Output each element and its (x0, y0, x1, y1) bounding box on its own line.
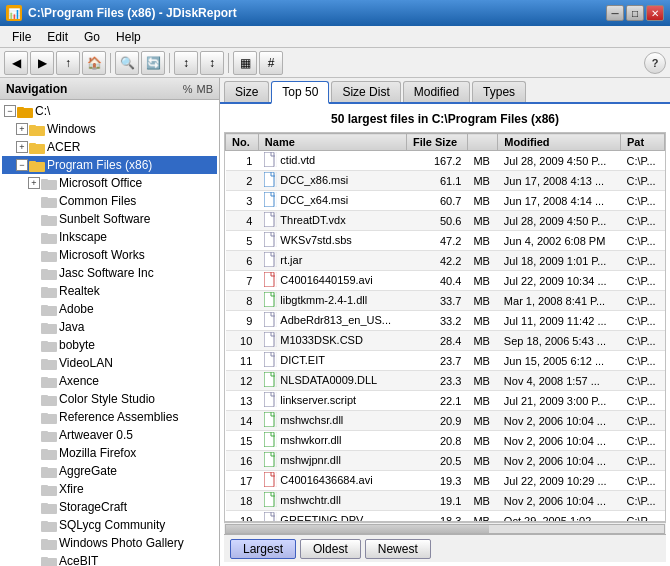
newest-button[interactable]: Newest (365, 539, 431, 559)
table-row[interactable]: 9 AdbeRdr813_en_US... 33.2 MB Jul 11, 20… (226, 311, 665, 331)
back-button[interactable]: ◀ (4, 51, 28, 75)
sort-desc-button[interactable]: ↕ (200, 51, 224, 75)
expand-java[interactable] (28, 321, 40, 333)
tree-item-commonfiles[interactable]: Common Files (2, 192, 217, 210)
forward-button[interactable]: ▶ (30, 51, 54, 75)
expand-sqlycg[interactable] (28, 519, 40, 531)
table-row[interactable]: 17 C40016436684.avi 19.3 MB Jul 22, 2009… (226, 471, 665, 491)
expand-acer[interactable]: + (16, 141, 28, 153)
tree-item-refassemblies[interactable]: Reference Assemblies (2, 408, 217, 426)
tree-item-colorstudio[interactable]: Color Style Studio (2, 390, 217, 408)
expand-inkscape[interactable] (28, 231, 40, 243)
expand-aggregate[interactable] (28, 465, 40, 477)
horizontal-scrollbar[interactable] (224, 522, 666, 534)
close-button[interactable]: ✕ (646, 5, 664, 21)
table-row[interactable]: 15 mshwkorr.dll 20.8 MB Nov 2, 2006 10:0… (226, 431, 665, 451)
tree-item-java[interactable]: Java (2, 318, 217, 336)
tree-item-realtek[interactable]: Realtek (2, 282, 217, 300)
expand-winphotogallery[interactable] (28, 537, 40, 549)
tab-top50[interactable]: Top 50 (271, 81, 329, 104)
tree-item-artweaver[interactable]: Artweaver 0.5 (2, 426, 217, 444)
tree-item-c-root[interactable]: − C:\ (2, 102, 217, 120)
table-row[interactable]: 6 rt.jar 42.2 MB Jul 18, 2009 1:01 P... … (226, 251, 665, 271)
tree-item-aggregate[interactable]: AggreGate (2, 462, 217, 480)
expand-microsoftworks[interactable] (28, 249, 40, 261)
sort-asc-button[interactable]: ↕ (174, 51, 198, 75)
table-row[interactable]: 5 WKSv7std.sbs 47.2 MB Jun 4, 2002 6:08 … (226, 231, 665, 251)
tree-item-programfilesx86[interactable]: − Program Files (x86) (2, 156, 217, 174)
expand-mozillaff[interactable] (28, 447, 40, 459)
expand-windows[interactable]: + (16, 123, 28, 135)
table-row[interactable]: 11 DICT.EIT 23.7 MB Jun 15, 2005 6:12 ..… (226, 351, 665, 371)
tree-item-acer[interactable]: + ACER (2, 138, 217, 156)
tree-item-adobe[interactable]: Adobe (2, 300, 217, 318)
expand-bobyte[interactable] (28, 339, 40, 351)
tab-size[interactable]: Size (224, 81, 269, 102)
table-row[interactable]: 7 C40016440159.avi 40.4 MB Jul 22, 2009 … (226, 271, 665, 291)
menu-help[interactable]: Help (108, 28, 149, 46)
table-row[interactable]: 8 libgtkmm-2.4-1.dll 33.7 MB Mar 1, 2008… (226, 291, 665, 311)
tab-modified[interactable]: Modified (403, 81, 470, 102)
expand-videolan[interactable] (28, 357, 40, 369)
expand-colorstudio[interactable] (28, 393, 40, 405)
tab-types[interactable]: Types (472, 81, 526, 102)
menu-edit[interactable]: Edit (39, 28, 76, 46)
tab-sizedist[interactable]: Size Dist (331, 81, 400, 102)
tree-item-microsoftworks[interactable]: Microsoft Works (2, 246, 217, 264)
tree-item-sunbeltsoft[interactable]: Sunbelt Software (2, 210, 217, 228)
table-row[interactable]: 18 mshwchtr.dll 19.1 MB Nov 2, 2006 10:0… (226, 491, 665, 511)
expand-programfilesx86[interactable]: − (16, 159, 28, 171)
expand-adobe[interactable] (28, 303, 40, 315)
up-button[interactable]: ↑ (56, 51, 80, 75)
tree-item-microsoftoffice[interactable]: + Microsoft Office (2, 174, 217, 192)
expand-axence[interactable] (28, 375, 40, 387)
tree-item-bobyte[interactable]: bobyte (2, 336, 217, 354)
expand-sunbeltsoft[interactable] (28, 213, 40, 225)
tree-item-windows[interactable]: + Windows (2, 120, 217, 138)
table-row[interactable]: 16 mshwjpnr.dll 20.5 MB Nov 2, 2006 10:0… (226, 451, 665, 471)
expand-microsoftoffice[interactable]: + (28, 177, 40, 189)
refresh-button[interactable]: 🔄 (141, 51, 165, 75)
view-button[interactable]: ▦ (233, 51, 257, 75)
table-row[interactable]: 1 ctid.vtd 167.2 MB Jul 28, 2009 4:50 P.… (226, 151, 665, 171)
table-row[interactable]: 12 NLSDATA0009.DLL 23.3 MB Nov 4, 2008 1… (226, 371, 665, 391)
menu-file[interactable]: File (4, 28, 39, 46)
tree-item-sqlycg[interactable]: SQLycg Community (2, 516, 217, 534)
tree-item-storagecraft[interactable]: StorageCraft (2, 498, 217, 516)
tree-item-acebit[interactable]: AceBIT (2, 552, 217, 566)
table-row[interactable]: 3 DCC_x64.msi 60.7 MB Jun 17, 2008 4:14 … (226, 191, 665, 211)
expand-jascsoft[interactable] (28, 267, 40, 279)
maximize-button[interactable]: □ (626, 5, 644, 21)
menu-go[interactable]: Go (76, 28, 108, 46)
expand-refassemblies[interactable] (28, 411, 40, 423)
tree-item-videolan[interactable]: VideoLAN (2, 354, 217, 372)
tree-item-xfire[interactable]: Xfire (2, 480, 217, 498)
largest-button[interactable]: Largest (230, 539, 296, 559)
table-row[interactable]: 2 DCC_x86.msi 61.1 MB Jun 17, 2008 4:13 … (226, 171, 665, 191)
data-table[interactable]: No. Name File Size Modified Pat 1 (224, 132, 666, 522)
table-row[interactable]: 13 linkserver.script 22.1 MB Jul 21, 200… (226, 391, 665, 411)
help-button[interactable]: ? (644, 52, 666, 74)
table-row[interactable]: 14 mshwchsr.dll 20.9 MB Nov 2, 2006 10:0… (226, 411, 665, 431)
tree-item-winphotogallery[interactable]: Windows Photo Gallery (2, 534, 217, 552)
tree-item-jascsoft[interactable]: Jasc Software Inc (2, 264, 217, 282)
home-button[interactable]: 🏠 (82, 51, 106, 75)
table-row[interactable]: 10 M1033DSK.CSD 28.4 MB Sep 18, 2006 5:4… (226, 331, 665, 351)
expand-c-root[interactable]: − (4, 105, 16, 117)
expand-artweaver[interactable] (28, 429, 40, 441)
table-row[interactable]: 19 GREETING.DPV 18.3 MB Oct 29, 2005 1:0… (226, 511, 665, 523)
nav-tree[interactable]: − C:\ + Windows + ACER (0, 100, 219, 566)
tree-item-mozillaff[interactable]: Mozilla Firefox (2, 444, 217, 462)
minimize-button[interactable]: ─ (606, 5, 624, 21)
oldest-button[interactable]: Oldest (300, 539, 361, 559)
tree-item-inkscape[interactable]: Inkscape (2, 228, 217, 246)
expand-commonfiles[interactable] (28, 195, 40, 207)
expand-realtek[interactable] (28, 285, 40, 297)
tree-item-axence[interactable]: Axence (2, 372, 217, 390)
search-button[interactable]: 🔍 (115, 51, 139, 75)
expand-acebit[interactable] (28, 555, 40, 566)
expand-storagecraft[interactable] (28, 501, 40, 513)
expand-xfire[interactable] (28, 483, 40, 495)
table-row[interactable]: 4 ThreatDT.vdx 50.6 MB Jul 28, 2009 4:50… (226, 211, 665, 231)
options-button[interactable]: # (259, 51, 283, 75)
